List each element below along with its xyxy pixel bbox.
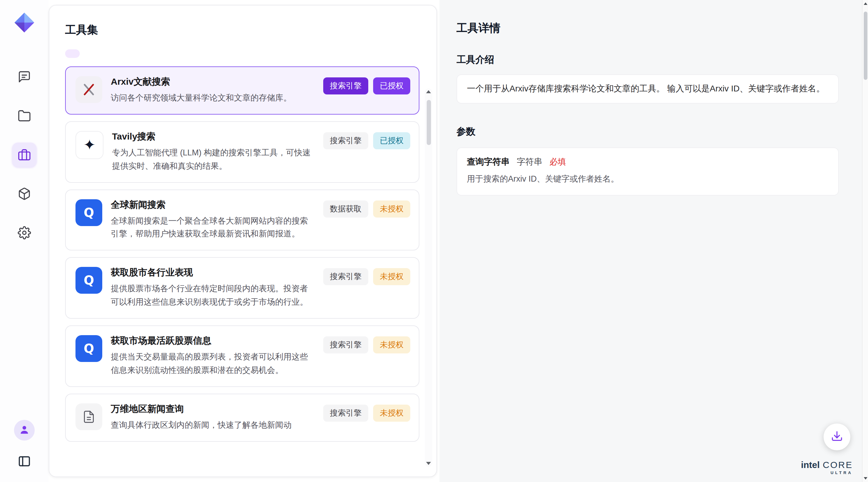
tool-info: 全球新闻搜索 全球新闻搜索是一个聚合全球各大新闻网站内容的搜索引擎，帮助用户快速… [111,199,315,241]
tool-icon: ✦ Q [75,335,102,362]
briefcase-icon [18,148,31,162]
tool-name: 获取市场最活跃股票信息 [111,335,315,347]
auth-status-badge[interactable]: 未授权 [373,336,410,353]
app-root: 工具集 ✦ Q Arxiv文献搜索 [0,0,868,482]
tool-icon: ✦ Q [75,76,102,103]
param-description: 用于搜索的Arxiv ID、关键字或作者姓名。 [467,173,829,185]
tool-icon: ✦ Q [75,131,103,159]
user-avatar-icon [19,424,30,436]
tool-card[interactable]: ✦ Q Tavily搜索 专为人工智能代理 (LLM) 构建的搜索引擎工具，可快… [65,121,420,182]
tool-icon: ✦ Q [75,403,102,430]
scroll-down-arrow-icon[interactable] [426,462,431,465]
download-button[interactable] [824,424,850,450]
tool-details-panel: 工具详情 工具介绍 一个用于从Arxiv存储库搜索科学论文和文章的工具。 输入可… [439,0,862,482]
tool-info: 获取股市各行业表现 提供股票市场各个行业在特定时间段内的表现。投资者可以利用这些… [111,267,315,309]
download-icon [831,430,843,444]
document-icon [82,410,96,423]
details-title: 工具详情 [457,21,839,35]
tavily-star-icon: ✦ [83,138,96,152]
chat-icon [18,70,31,84]
tool-list: ✦ Q Arxiv文献搜索 访问各个研究领域大量科学论文和文章的存储库。 搜索引… [65,66,420,461]
page-scrollbar[interactable] [862,0,868,482]
list-scrollbar-thumb[interactable] [426,100,431,145]
tool-description: 专为人工智能代理 (LLM) 构建的搜索引擎工具，可快速提供实时、准确和真实的结… [112,146,315,173]
category-badge[interactable]: 数据获取 [323,200,368,217]
sidebar-bottom [12,420,36,474]
q-logo-icon: Q [84,206,94,219]
tool-description: 全球新闻搜索是一个聚合全球各大新闻网站内容的搜索引擎，帮助用户快速获取全球最新资… [111,214,315,241]
tool-badges: 搜索引擎 已授权 [323,76,410,94]
ultra-label: ULTRA [801,471,853,475]
tool-card[interactable]: ✦ Q Arxiv文献搜索 访问各个研究领域大量科学论文和文章的存储库。 搜索引… [65,66,420,115]
tool-card[interactable]: ✦ Q 全球新闻搜索 全球新闻搜索是一个聚合全球各大新闻网站内容的搜索引擎，帮助… [65,189,420,251]
auth-status-badge[interactable]: 已授权 [373,132,410,149]
tool-card[interactable]: ✦ Q 万维地区新闻查询 查询具体行政区划内的新闻，快速了解各地新闻动 搜索引擎… [65,393,420,442]
toolset-title: 工具集 [65,23,436,37]
q-logo-icon: Q [84,342,94,355]
sidebar [0,0,49,482]
auth-status-badge[interactable]: 未授权 [373,404,410,421]
tool-card[interactable]: ✦ Q 获取股市各行业表现 提供股票市场各个行业在特定时间段内的表现。投资者可以… [65,257,420,319]
sidebar-item-chat[interactable] [12,64,36,89]
q-logo-icon: Q [84,275,94,287]
auth-status-badge[interactable]: 已授权 [373,77,410,94]
param-required-badge: 必填 [550,157,566,166]
intro-section-title: 工具介绍 [457,54,839,66]
diamond-logo-icon [13,11,35,33]
tool-badges: 搜索引擎 未授权 [323,403,410,421]
auth-status-badge[interactable]: 未授权 [373,268,410,285]
tool-name: 获取股市各行业表现 [111,267,315,279]
tool-icon: ✦ Q [75,199,102,226]
tool-badges: 搜索引擎 未授权 [323,267,410,285]
category-tab[interactable] [124,49,138,58]
tool-badges: 搜索引擎 未授权 [323,335,410,353]
param-name: 查询字符串 [467,156,509,166]
tool-name: Arxiv文献搜索 [111,76,315,88]
sidebar-nav [12,64,36,245]
tool-description: 查询具体行政区划内的新闻，快速了解各地新闻动 [111,418,315,432]
intel-wordmark: intel [801,460,820,469]
page-scrollbar-thumb[interactable] [863,11,867,80]
tool-name: Tavily搜索 [112,131,315,143]
page-scroll-up-arrow-icon[interactable] [863,2,867,5]
app-logo[interactable] [13,11,36,34]
intel-core-logo: intel core ULTRA [801,460,853,475]
tool-info: 万维地区新闻查询 查询具体行政区划内的新闻，快速了解各地新闻动 [111,403,315,432]
list-scrollbar[interactable] [425,88,432,467]
intel-core-wordmark: intel core [801,460,853,469]
tool-info: Arxiv文献搜索 访问各个研究领域大量科学论文和文章的存储库。 [111,76,315,105]
page-scroll-down-arrow-icon[interactable] [863,477,867,480]
param-card: 查询字符串 字符串 必填 用于搜索的Arxiv ID、关键字或作者姓名。 [457,147,839,196]
tool-description: 访问各个研究领域大量科学论文和文章的存储库。 [111,91,315,105]
param-header: 查询字符串 字符串 必填 [467,156,829,167]
sidebar-item-files[interactable] [12,104,36,128]
sidebar-collapse-button[interactable] [12,449,36,474]
toolset-panel: 工具集 ✦ Q Arxiv文献搜索 [49,5,437,477]
auth-status-badge[interactable]: 未授权 [373,200,410,217]
category-tabs [65,49,436,58]
category-tab[interactable] [104,49,119,58]
core-wordmark: core [823,460,853,469]
category-badge[interactable]: 搜索引擎 [323,77,368,94]
tool-badges: 数据获取 未授权 [323,199,410,217]
category-tab[interactable] [85,49,99,58]
params-section-title: 参数 [457,125,839,138]
category-badge[interactable]: 搜索引擎 [323,404,368,421]
settings-gear-icon [18,226,31,239]
sidebar-item-tools[interactable] [12,143,36,167]
scroll-up-arrow-icon[interactable] [426,90,431,93]
tool-description: 提供股票市场各个行业在特定时间段内的表现。投资者可以利用这些信息来识别表现优于或… [111,282,315,309]
user-avatar[interactable] [14,420,35,441]
category-badge[interactable]: 搜索引擎 [323,336,368,353]
sidebar-collapse-icon [18,455,31,468]
sidebar-item-models[interactable] [12,181,36,206]
tool-info: Tavily搜索 专为人工智能代理 (LLM) 构建的搜索引擎工具，可快速提供实… [112,131,315,173]
tool-card[interactable]: ✦ Q 获取市场最活跃股票信息 提供当天交易量最高的股票列表，投资者可以利用这些… [65,325,420,387]
tool-name: 万维地区新闻查询 [111,403,315,415]
category-badge[interactable]: 搜索引擎 [323,132,368,149]
folder-icon [18,109,31,122]
category-badge[interactable]: 搜索引擎 [323,268,368,285]
tool-description: 提供当天交易量最高的股票列表，投资者可以利用这些信息来识别流动性强的股票和潜在的… [111,350,315,377]
category-tab[interactable] [65,49,80,58]
sidebar-item-settings[interactable] [12,221,36,245]
